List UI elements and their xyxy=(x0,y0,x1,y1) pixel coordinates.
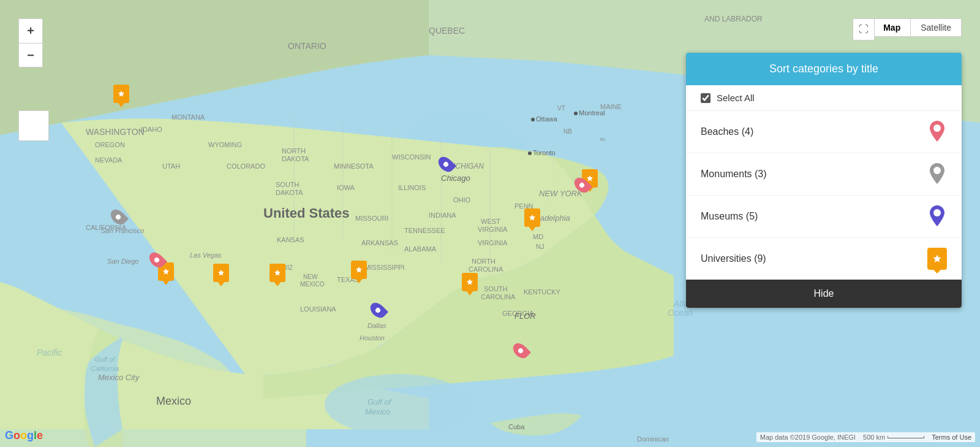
svg-point-66 xyxy=(531,118,535,121)
svg-point-88 xyxy=(933,167,941,174)
svg-text:Mexico: Mexico xyxy=(365,407,390,416)
svg-text:Gulf of: Gulf of xyxy=(95,356,115,363)
svg-text:NB: NB xyxy=(564,128,572,135)
svg-text:Mexico City: Mexico City xyxy=(98,373,140,382)
zoom-controls: + − xyxy=(18,18,43,67)
svg-text:Toronto: Toronto xyxy=(533,149,556,156)
svg-text:VIRGINIA: VIRGINIA xyxy=(478,239,508,246)
svg-text:DAKOTA: DAKOTA xyxy=(282,155,309,162)
marker-university-md[interactable] xyxy=(524,208,540,227)
select-all-checkbox[interactable] xyxy=(701,93,710,103)
map-type-controls: Map Satellite xyxy=(873,18,962,37)
svg-text:IOWA: IOWA xyxy=(337,184,355,191)
svg-text:Dominican: Dominican xyxy=(637,435,669,443)
svg-text:Mexico: Mexico xyxy=(156,395,191,407)
svg-text:Gulf of: Gulf of xyxy=(368,397,392,407)
svg-text:WEST: WEST xyxy=(481,218,500,225)
hide-button[interactable]: Hide xyxy=(686,280,962,308)
select-all-label[interactable]: Select All xyxy=(717,93,755,103)
marker-university-ms[interactable] xyxy=(462,273,478,291)
svg-text:KENTUCKY: KENTUCKY xyxy=(524,288,561,296)
svg-text:NORTH: NORTH xyxy=(282,147,306,155)
zoom-out-button[interactable]: − xyxy=(18,43,43,67)
attribution-text: Map data ©2019 Google, INEGI xyxy=(760,434,856,441)
marker-museum-houston[interactable] xyxy=(372,302,384,319)
svg-text:CAROLINA: CAROLINA xyxy=(469,266,503,273)
svg-text:WASHINGTON: WASHINGTON xyxy=(86,127,145,137)
terms-of-use[interactable]: Terms of Use xyxy=(932,434,971,441)
svg-text:OHIO: OHIO xyxy=(453,196,471,204)
category-item-beaches[interactable]: Beaches (4) xyxy=(686,111,962,153)
svg-text:MEXICO: MEXICO xyxy=(300,281,325,288)
zoom-in-button[interactable]: + xyxy=(18,18,43,43)
marker-beach-la[interactable] xyxy=(151,251,163,269)
category-icon-beaches xyxy=(927,120,947,144)
svg-text:TENNESSEE: TENNESSEE xyxy=(404,227,445,234)
svg-text:NEVADA: NEVADA xyxy=(95,156,123,164)
marker-beach-ny[interactable] xyxy=(576,177,588,194)
svg-text:ARKANSAS: ARKANSAS xyxy=(361,239,398,246)
category-name-universities: Universities (9) xyxy=(701,253,766,264)
svg-text:OREGON: OREGON xyxy=(95,141,125,148)
svg-text:UTAH: UTAH xyxy=(162,162,180,170)
scale-line xyxy=(888,436,924,438)
svg-text:California: California xyxy=(91,365,119,372)
category-name-beaches: Beaches (4) xyxy=(701,126,753,137)
svg-text:NEW: NEW xyxy=(303,273,318,280)
marker-museum-chicago[interactable] xyxy=(440,156,452,173)
svg-text:VIRGINIA: VIRGINIA xyxy=(478,226,508,233)
svg-text:DAKOTA: DAKOTA xyxy=(276,189,303,196)
svg-text:SOUTH: SOUTH xyxy=(484,285,508,292)
svg-text:San Diego: San Diego xyxy=(107,258,138,265)
svg-text:WISCONSIN: WISCONSIN xyxy=(392,153,431,161)
category-item-monuments[interactable]: Monuments (3) xyxy=(686,153,962,196)
svg-text:Dallas: Dallas xyxy=(368,322,386,329)
map-type-satellite-button[interactable]: Satellite xyxy=(910,19,961,36)
svg-text:COLORADO: COLORADO xyxy=(227,162,265,170)
svg-text:ONTARIO: ONTARIO xyxy=(288,41,326,51)
svg-point-89 xyxy=(933,209,941,216)
svg-text:SOUTH: SOUTH xyxy=(276,181,300,188)
google-logo: Google xyxy=(5,429,43,442)
map-type-map-button[interactable]: Map xyxy=(873,19,910,36)
svg-text:MISSISSIPPI: MISSISSIPPI xyxy=(364,264,404,271)
street-view-box[interactable] xyxy=(18,110,49,141)
svg-text:VT: VT xyxy=(557,105,565,112)
marker-university-washington[interactable] xyxy=(113,85,129,103)
scale-label: 500 km xyxy=(863,434,885,441)
svg-text:NJ: NJ xyxy=(536,243,544,250)
svg-text:MINNESOTA: MINNESOTA xyxy=(334,162,374,170)
marker-university-dallas[interactable] xyxy=(351,261,367,279)
fullscreen-button[interactable]: ⛶ xyxy=(853,18,875,40)
svg-point-68 xyxy=(574,112,578,115)
svg-text:Ottawa: Ottawa xyxy=(536,115,558,123)
svg-text:FLOR: FLOR xyxy=(514,311,536,321)
map-container: Pacific Atlantic Ocean Gulf of Mexico Cu… xyxy=(0,0,980,447)
svg-text:LOUISIANA: LOUISIANA xyxy=(300,305,336,313)
select-all-row[interactable]: Select All xyxy=(686,85,962,111)
panel-header-title: Sort categories by title xyxy=(696,63,952,75)
svg-text:KANSAS: KANSAS xyxy=(277,236,304,243)
svg-text:Ocean: Ocean xyxy=(668,308,693,318)
svg-text:RI: RI xyxy=(600,137,605,142)
category-icon-monuments xyxy=(927,162,947,186)
svg-text:Cuba: Cuba xyxy=(508,423,525,430)
svg-text:Chicago: Chicago xyxy=(441,174,470,183)
svg-text:AND LABRADOR: AND LABRADOR xyxy=(704,15,763,23)
category-name-museums: Museums (5) xyxy=(701,211,758,222)
category-name-monuments: Monuments (3) xyxy=(701,169,767,180)
svg-point-87 xyxy=(933,124,941,132)
scale-bar: 500 km xyxy=(863,434,924,441)
category-item-universities[interactable]: Universities (9) xyxy=(686,238,962,280)
marker-beach-fl[interactable] xyxy=(514,342,527,359)
svg-point-70 xyxy=(528,151,532,155)
panel-header: Sort categories by title xyxy=(686,53,962,85)
marker-university-az[interactable] xyxy=(213,264,229,282)
svg-text:MD: MD xyxy=(533,233,543,240)
marker-monument-sf[interactable] xyxy=(112,208,124,226)
category-icon-museums xyxy=(927,204,947,229)
svg-text:WYOMING: WYOMING xyxy=(208,141,242,148)
marker-university-nm[interactable] xyxy=(270,264,285,282)
category-item-museums[interactable]: Museums (5) xyxy=(686,196,962,238)
svg-text:San Francisco: San Francisco xyxy=(101,227,144,234)
